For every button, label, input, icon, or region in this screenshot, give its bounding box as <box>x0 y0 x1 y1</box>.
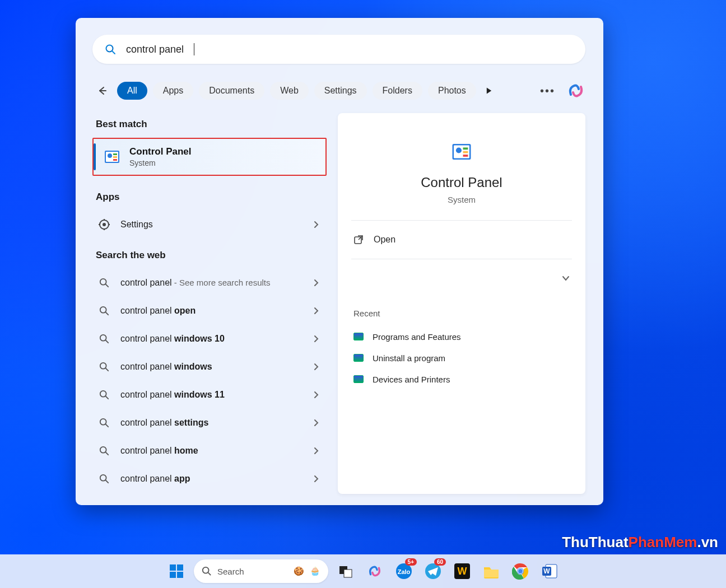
apps-settings-row[interactable]: Settings <box>92 211 327 239</box>
svg-rect-35 <box>463 151 468 153</box>
svg-point-56 <box>518 569 523 573</box>
web-result-label: control panel open <box>120 306 313 316</box>
cupcake-icon: 🧁 <box>310 566 320 576</box>
svg-point-10 <box>103 223 106 226</box>
svg-rect-42 <box>177 572 183 578</box>
divider <box>351 220 572 221</box>
preview-pane: Control Panel System Open <box>338 113 585 494</box>
svg-point-19 <box>100 335 106 341</box>
filter-settings[interactable]: Settings <box>314 82 367 100</box>
web-result-row[interactable]: control panel windows <box>92 353 327 381</box>
chevron-right-icon <box>313 391 319 399</box>
web-result-label: control panel windows 11 <box>120 390 313 400</box>
app-w-button[interactable]: W <box>450 559 474 583</box>
task-view-button[interactable] <box>334 559 357 583</box>
web-result-row[interactable]: control panel home <box>92 437 327 465</box>
copilot-button[interactable] <box>566 81 585 100</box>
apps-settings-label: Settings <box>120 220 313 230</box>
action-open[interactable]: Open <box>351 226 572 253</box>
svg-text:W: W <box>458 566 467 577</box>
svg-line-16 <box>106 284 109 287</box>
task-view-icon <box>338 564 353 578</box>
chevron-right-icon <box>313 335 319 343</box>
chrome-button[interactable] <box>509 559 532 583</box>
search-icon <box>98 333 110 345</box>
desktop-wallpaper: control panel All Apps Documents Web Set… <box>0 0 726 588</box>
search-icon <box>98 417 110 429</box>
svg-text:W: W <box>543 567 550 575</box>
zalo-icon: Zalo <box>395 563 412 580</box>
svg-rect-40 <box>177 564 183 571</box>
svg-text:Zalo: Zalo <box>398 568 411 575</box>
chrome-icon <box>512 563 529 580</box>
svg-rect-8 <box>113 159 117 161</box>
copilot-taskbar-button[interactable] <box>363 559 387 583</box>
svg-point-25 <box>100 419 106 425</box>
back-button[interactable] <box>92 81 111 100</box>
svg-line-28 <box>106 452 109 455</box>
watermark: ThuThuatPhanMem.vn <box>562 534 718 551</box>
action-open-label: Open <box>374 235 395 245</box>
best-match-control-panel[interactable]: Control Panel System <box>92 138 327 176</box>
recent-label: Uninstall a program <box>373 353 445 363</box>
svg-line-30 <box>106 480 109 483</box>
taskbar: Search 🍪 🧁 Zalo <box>0 554 726 588</box>
web-result-row[interactable]: control panel - See more search results <box>92 269 327 297</box>
filter-web[interactable]: Web <box>270 82 309 100</box>
chevron-right-icon <box>313 419 319 427</box>
filter-folders[interactable]: Folders <box>373 82 422 100</box>
svg-rect-39 <box>170 564 176 571</box>
svg-rect-46 <box>344 570 352 577</box>
section-apps: Apps <box>92 186 327 211</box>
chevron-right-icon <box>313 279 319 287</box>
start-search-panel: control panel All Apps Documents Web Set… <box>76 18 603 505</box>
file-explorer-button[interactable] <box>480 559 503 583</box>
zalo-button[interactable]: Zalo <box>392 559 416 583</box>
divider <box>351 259 572 259</box>
word-button[interactable]: W <box>538 559 561 583</box>
telegram-button[interactable] <box>421 559 445 583</box>
svg-point-27 <box>100 447 106 453</box>
svg-rect-6 <box>113 153 117 155</box>
svg-line-44 <box>208 573 211 575</box>
svg-point-29 <box>100 475 106 481</box>
best-match-title: Control Panel <box>129 146 192 157</box>
svg-line-38 <box>359 236 362 240</box>
search-icon <box>98 473 110 485</box>
results-column: Best match Control <box>92 113 327 494</box>
svg-line-22 <box>106 368 109 371</box>
search-bar[interactable]: control panel <box>92 35 585 64</box>
folder-icon <box>483 564 500 578</box>
chevron-right-icon <box>313 475 319 483</box>
chevron-right-icon <box>313 221 319 228</box>
recent-programs-features[interactable]: Programs and Features <box>351 326 572 347</box>
web-result-row[interactable]: control panel windows 11 <box>92 381 327 409</box>
filter-documents[interactable]: Documents <box>199 82 264 100</box>
filter-overflow-button[interactable] <box>485 87 493 95</box>
start-button[interactable] <box>165 559 188 583</box>
svg-point-21 <box>100 363 106 369</box>
copilot-icon <box>367 563 383 579</box>
recent-uninstall-program[interactable]: Uninstall a program <box>351 347 572 368</box>
recent-devices-printers[interactable]: Devices and Printers <box>351 368 572 390</box>
preview-subtitle: System <box>351 195 572 204</box>
web-result-row[interactable]: control panel settings <box>92 409 327 437</box>
filter-apps[interactable]: Apps <box>153 82 193 100</box>
search-icon <box>98 389 110 401</box>
web-result-row[interactable]: control panel windows 10 <box>92 325 327 353</box>
svg-point-15 <box>100 279 106 285</box>
best-match-subtitle: System <box>129 158 192 167</box>
web-result-row[interactable]: control panel open <box>92 297 327 325</box>
recent-label: Programs and Features <box>373 332 461 342</box>
recent-header: Recent <box>353 309 572 318</box>
action-more[interactable] <box>351 265 572 292</box>
section-best-match: Best match <box>92 113 327 138</box>
filter-photos[interactable]: Photos <box>428 82 476 100</box>
search-icon <box>98 445 110 457</box>
web-result-row[interactable]: control panel app <box>92 465 327 493</box>
copilot-icon <box>566 81 585 100</box>
taskbar-search[interactable]: Search 🍪 🧁 <box>194 559 328 583</box>
filter-all[interactable]: All <box>117 82 147 100</box>
more-options-button[interactable]: ••• <box>534 85 561 97</box>
svg-rect-41 <box>170 572 176 578</box>
